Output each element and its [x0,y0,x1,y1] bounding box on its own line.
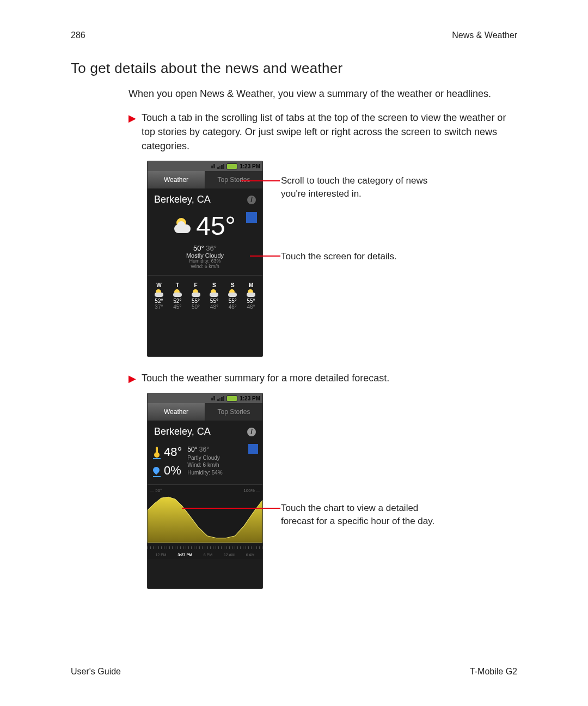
high-low: 50° 36° [187,445,222,454]
day-label: T [169,282,186,288]
callout-line-icon [182,508,280,509]
forecast-high: 55° [188,298,204,304]
intro-paragraph: When you open News & Weather, you view a… [128,87,499,101]
network-icon [211,164,215,168]
forecast-low: 48° [206,304,222,310]
bullet-item: ▶ Touch a tab in the scrolling list of t… [128,111,517,153]
section-title: To get details about the news and weathe… [71,60,517,77]
chart-xtick: 6 AM [246,553,255,557]
current-weather-block[interactable]: 45° [148,211,262,241]
forecast-day[interactable]: W52°37° [151,282,167,310]
phone-screenshot-1: 1:23 PM Weather Top Stories Berkeley, CA… [147,161,263,357]
forecast-day[interactable]: T52°45° [169,282,186,310]
battery-icon [226,395,237,401]
temperature-area-chart[interactable] [148,492,262,543]
location-label: Berkeley, CA [154,426,211,437]
partly-cloudy-icon [173,289,182,297]
forecast-low: 37° [151,304,167,310]
condition-label: Partly Cloudy [187,454,222,462]
callout-tabs: Scroll to touch the category of news you… [281,174,450,200]
forecast-high: 52° [169,298,186,304]
info-icon[interactable]: i [247,428,256,436]
raindrop-icon [153,466,161,476]
low-value: 36° [206,244,217,252]
forecast-day[interactable]: F55°50° [188,282,204,310]
forecast-low: 46° [243,304,259,310]
chart-xtick: 12 AM [224,553,235,557]
partly-cloudy-icon [155,289,163,297]
signal-bars-icon [217,396,224,401]
status-time: 1:23 PM [240,395,260,401]
callout-screen-details: Touch the screen for details. [281,250,397,263]
forecast-low: 46° [224,304,241,310]
location-row: Berkeley, CA i [148,421,262,441]
network-icon [211,396,215,400]
day-label: S [206,282,222,288]
callout-line-icon [250,255,280,257]
bullet-item: ▶ Touch the weather summary for a more d… [128,371,517,385]
location-label: Berkeley, CA [154,194,211,205]
current-conditions[interactable]: 50° 36° Mostly Cloudy Humidity: 63% Wind… [148,244,262,270]
tab-weather[interactable]: Weather [148,403,205,421]
chart-minor-ticks [148,546,262,549]
hourly-chart[interactable]: — 50° 100% — 12 PM3:27 PM6 PM12 AM6 AM [148,484,262,559]
forecast-high: 55° [206,298,222,304]
bullet-text: Touch the weather summary for a more det… [142,371,389,385]
wind-label: Wind: 6 km/h [148,264,262,270]
weather-channel-icon [248,444,258,454]
wind-label: Wind: 6 km/h [187,461,222,469]
current-stats-block[interactable]: 48° 0% 50° 36° Partly Cloudy Wind: 6 km/… [148,441,262,478]
current-temp: 48° [164,445,182,459]
figure-2: 1:23 PM Weather Top Stories Berkeley, CA… [147,393,517,595]
location-row: Berkeley, CA i [148,188,262,209]
current-temp: 45° [196,211,236,241]
partly-cloudy-icon [228,289,237,297]
chart-xtick: 12 PM [155,553,166,557]
forecast-low: 50° [188,304,204,310]
daily-forecast-strip[interactable]: W52°37°T52°45°F55°50°S55°48°S55°46°M55°4… [148,275,262,310]
partly-cloudy-icon [210,289,218,297]
precip-percent: 0% [164,464,181,478]
day-label: M [243,282,259,288]
callout-chart: Touch the chart to view a detailed forec… [281,502,450,528]
tab-bar[interactable]: Weather Top Stories [148,171,262,188]
weather-channel-icon [246,212,257,223]
chart-xtick: 3:27 PM [177,553,192,557]
tab-top-stories[interactable]: Top Stories [205,171,262,188]
thermometer-icon [153,447,161,458]
signal-bars-icon [217,164,224,169]
high-value: 50° [187,446,197,453]
humidity-label: Humidity: 54% [187,469,222,477]
forecast-high: 55° [224,298,241,304]
info-icon[interactable]: i [247,196,256,204]
low-value: 36° [199,446,209,453]
forecast-low: 45° [169,304,186,310]
bullet-triangle-icon: ▶ [128,112,136,125]
tab-top-stories[interactable]: Top Stories [205,403,262,421]
tab-bar[interactable]: Weather Top Stories [148,403,262,421]
forecast-day[interactable]: S55°48° [206,282,222,310]
partly-cloudy-icon [192,289,200,297]
section-name: News & Weather [452,31,517,40]
high-low: 50° 36° [148,244,262,252]
tab-weather[interactable]: Weather [148,171,205,188]
page-footer: User's Guide T-Mobile G2 [71,667,517,677]
bullet-text: Touch a tab in the scrolling list of tab… [142,111,517,153]
figure-1: 1:23 PM Weather Top Stories Berkeley, CA… [147,161,517,363]
battery-icon [226,163,237,169]
chart-xtick: 6 PM [204,553,212,557]
chart-x-axis: 12 PM3:27 PM6 PM12 AM6 AM [148,553,262,557]
partly-cloudy-icon [174,218,193,234]
day-label: S [224,282,241,288]
callout-line-icon [241,180,280,181]
status-bar: 1:23 PM [148,393,262,403]
day-label: W [151,282,167,288]
forecast-high: 52° [151,298,167,304]
bullet-triangle-icon: ▶ [128,372,136,385]
status-time: 1:23 PM [240,163,260,169]
status-bar: 1:23 PM [148,161,262,171]
page-number: 286 [71,31,85,40]
forecast-day[interactable]: S55°46° [224,282,241,310]
page-header: 286 News & Weather [71,31,517,40]
forecast-day[interactable]: M55°46° [243,282,259,310]
